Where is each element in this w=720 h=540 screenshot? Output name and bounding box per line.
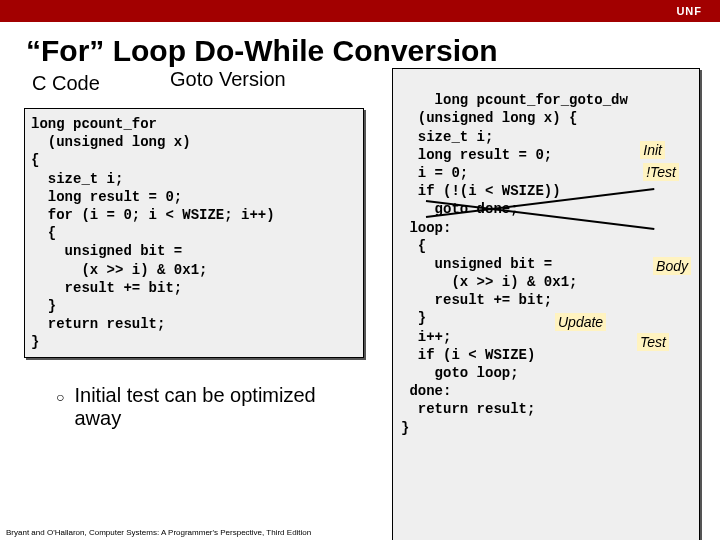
left-code-box: long pcount_for (unsigned long x) { size… bbox=[24, 108, 364, 358]
annotation-body: Body bbox=[653, 257, 691, 275]
annotation-test: Test bbox=[637, 333, 669, 351]
annotation-ntest: !Test bbox=[643, 163, 679, 181]
ccode-heading: C Code bbox=[32, 72, 100, 95]
goto-heading: Goto Version bbox=[170, 68, 286, 91]
footer-citation: Bryant and O'Hallaron, Computer Systems:… bbox=[6, 528, 311, 537]
brand-label: UNF bbox=[676, 5, 702, 17]
right-code-box: long pcount_for_goto_dw (unsigned long x… bbox=[392, 68, 700, 540]
bullet-text: Initial test can be optimized away bbox=[74, 384, 366, 430]
slide-title: “For” Loop Do-While Conversion bbox=[26, 34, 720, 68]
right-code-text: long pcount_for_goto_dw (unsigned long x… bbox=[401, 92, 628, 435]
annotation-update: Update bbox=[555, 313, 606, 331]
topbar: UNF bbox=[0, 0, 720, 22]
bullet-row: ○ Initial test can be optimized away bbox=[56, 384, 366, 430]
bullet-icon: ○ bbox=[56, 384, 64, 430]
annotation-init: Init bbox=[640, 141, 665, 159]
